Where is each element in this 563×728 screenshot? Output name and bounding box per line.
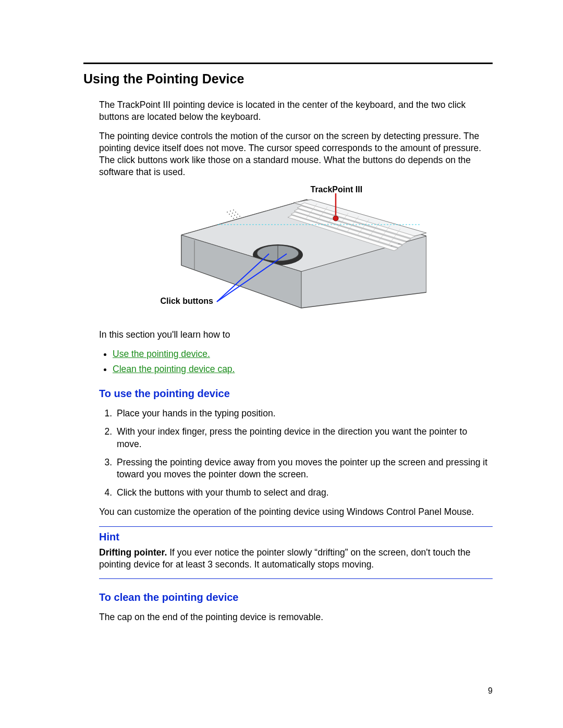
step-item: Pressing the pointing device away from y…	[115, 456, 493, 480]
section-links-list: Use the pointing device. Clean the point…	[99, 348, 493, 375]
hint-body: Drifting pointer. If you ever notice the…	[99, 547, 493, 571]
hint-rule-top	[99, 526, 493, 527]
svg-point-26	[237, 214, 238, 215]
link-use-pointing-device[interactable]: Use the pointing device.	[113, 349, 210, 359]
svg-point-35	[333, 216, 338, 221]
keyboard-illustration: TrackPoint III	[166, 188, 426, 313]
hint-lead: Drifting pointer.	[99, 547, 167, 558]
page-container: Using the Pointing Device The TrackPoint…	[0, 0, 563, 728]
learn-lead: In this section you'll learn how to	[99, 329, 493, 341]
figure-container: TrackPoint III	[99, 188, 493, 316]
intro-paragraph-2: The pointing device controls the motion …	[99, 130, 493, 178]
step-item: Place your hands in the typing position.	[115, 408, 493, 419]
list-item: Clean the pointing device cap.	[113, 363, 493, 375]
link-clean-pointing-device-cap[interactable]: Clean the pointing device cap.	[113, 364, 235, 374]
svg-point-20	[233, 209, 234, 211]
list-item: Use the pointing device.	[113, 348, 493, 360]
step-item: Click the buttons with your thumb to sel…	[115, 487, 493, 499]
svg-point-28	[236, 217, 237, 218]
svg-point-22	[232, 213, 233, 214]
body-content: The TrackPoint III pointing device is lo…	[99, 99, 493, 623]
keyboard-svg-icon	[166, 188, 426, 313]
page-number: 9	[488, 686, 493, 696]
svg-point-18	[227, 212, 228, 213]
section-title: Using the Pointing Device	[83, 71, 493, 87]
svg-point-24	[231, 216, 232, 217]
figure-label-trackpoint: TrackPoint III	[311, 184, 363, 195]
subheading-clean: To clean the pointing device	[99, 590, 493, 604]
svg-point-27	[233, 218, 234, 219]
use-steps-list: Place your hands in the typing position.…	[99, 408, 493, 499]
intro-paragraph-1: The TrackPoint III pointing device is lo…	[99, 99, 493, 123]
svg-point-19	[230, 211, 231, 212]
subheading-use: To use the pointing device	[99, 387, 493, 400]
customize-note: You can customize the operation of the p…	[99, 506, 493, 518]
top-rule	[83, 63, 493, 64]
svg-point-23	[235, 212, 236, 213]
svg-point-25	[234, 215, 235, 216]
hint-title: Hint	[99, 530, 493, 544]
step-item: With your index finger, press the pointi…	[115, 426, 493, 450]
svg-point-21	[229, 214, 230, 215]
figure-label-click-buttons: Click buttons	[161, 295, 213, 306]
clean-text: The cap on the end of the pointing devic…	[99, 611, 493, 623]
svg-point-29	[239, 216, 240, 217]
hint-rule-bottom	[99, 578, 493, 579]
